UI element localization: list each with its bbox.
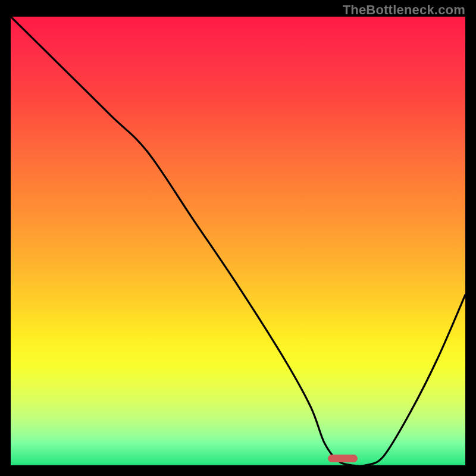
watermark-text: TheBottleneck.com: [343, 2, 465, 18]
chart-container: TheBottleneck.com: [0, 0, 476, 476]
optimal-marker: [328, 455, 358, 462]
plot-area: [11, 17, 465, 465]
bottleneck-curve: [11, 17, 465, 465]
